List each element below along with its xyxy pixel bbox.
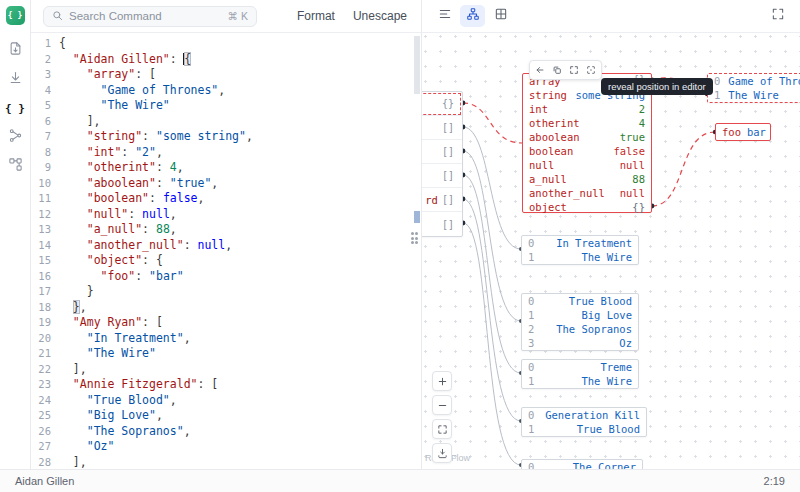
line-number: 3 [31,67,51,83]
code-line[interactable]: 3 "array": [ [31,67,421,83]
graph-canvas[interactable]: {}[][][]rd[][] {} arraystringsome string… [422,33,800,469]
node-row[interactable]: 1Big Love [522,308,638,322]
root-node-row[interactable]: [] [422,140,462,164]
node-row[interactable]: 0Generation Kill [522,408,646,422]
zoom-out-button[interactable] [432,395,452,415]
format-button[interactable]: Format [297,9,335,23]
panel-resize-handle[interactable] [409,228,420,248]
code-line[interactable]: 25 "Big Love", [31,408,421,424]
node-row[interactable]: another_nullnull [523,186,651,200]
node-row[interactable]: 0In Treatment [522,236,638,250]
code-line[interactable]: 23 "Annie Fitzgerald": [ [31,377,421,393]
fullscreen-button[interactable] [765,5,790,27]
code-line[interactable]: 6 ], [31,114,421,130]
code-line[interactable]: 14 "another_null": null, [31,238,421,254]
root-node-row[interactable]: [] [422,116,462,140]
code-line[interactable]: 13 "a_null": 88, [31,222,421,238]
code-line[interactable]: 7 "string": "some string", [31,129,421,145]
code-text: "True Blood", [51,393,177,409]
array-node[interactable]: 0True Blood1Big Love2The Sopranos3Oz [521,293,639,351]
root-node-row[interactable]: [] [422,164,462,188]
code-line[interactable]: 18 }, [31,300,421,316]
graph-panel: {}[][][]rd[][] {} arraystringsome string… [422,0,800,469]
code-line[interactable]: 2 "Aidan Gillen": { [31,52,421,68]
node-row[interactable]: 0The Corner [522,460,642,469]
code-line[interactable]: 11 "boolean": false, [31,191,421,207]
node-row[interactable]: 2The Sopranos [522,322,638,336]
code-line[interactable]: 8 "int": "2", [31,145,421,161]
text-view-button[interactable] [432,5,457,27]
copy-node-button[interactable] [549,63,565,77]
code-line[interactable]: 1{ [31,36,421,52]
node-row[interactable]: 1The Wire [708,88,800,102]
node-row[interactable]: foo bar [716,124,770,140]
transform-button[interactable] [5,127,25,147]
diagram-view-button[interactable] [460,5,485,27]
node-key: another_null [529,187,605,199]
type-badge: [] [442,146,454,157]
code-line[interactable]: 10 "aboolean": "true", [31,176,421,192]
node-row[interactable]: 1The Wire [522,374,638,388]
fit-view-button[interactable] [432,419,452,439]
root-node-row[interactable]: [] [422,212,462,236]
expand-node-button[interactable] [566,63,582,77]
code-line[interactable]: 21 "The Wire" [31,346,421,362]
selected-path: Aidan Gillen [15,475,74,487]
zoom-in-button[interactable] [432,371,452,391]
node-row[interactable]: otherint4 [523,116,651,130]
graph-view-button[interactable] [5,156,25,176]
node-row[interactable]: 0True Blood [522,294,638,308]
import-button[interactable] [5,40,25,60]
array-node[interactable]: 0The Corner [521,459,643,469]
editor-scrollbar[interactable] [414,36,420,94]
focus-node-button[interactable] [583,63,599,77]
line-number: 25 [31,408,51,424]
node-row[interactable]: a_null88 [523,172,651,186]
clipped-array-node[interactable]: 0Game of Thrones1The Wire [707,73,800,103]
node-row[interactable]: object{} [523,200,651,214]
array-node[interactable]: 0In Treatment1The Wire [521,235,639,265]
code-line[interactable]: 27 "Oz" [31,439,421,455]
code-line[interactable]: 5 "The Wire" [31,98,421,114]
array-node[interactable]: 0Generation Kill1True Blood [521,407,647,437]
code-line[interactable]: 4 "Game of Thrones", [31,83,421,99]
node-row[interactable]: 3Oz [522,336,638,350]
foo-node[interactable]: foo bar [715,123,771,141]
node-row[interactable]: 0Treme [522,360,638,374]
code-line[interactable]: 24 "True Blood", [31,393,421,409]
code-line[interactable]: 12 "null": null, [31,207,421,223]
unescape-button[interactable]: Unescape [353,9,407,23]
json-editor-button[interactable]: { } [5,98,25,118]
node-row[interactable]: 0Game of Thrones [708,74,800,88]
code-text: ], [51,114,101,130]
line-number: 26 [31,424,51,440]
node-row[interactable]: abooleantrue [523,130,651,144]
code-text: "null": null, [51,207,177,223]
code-line[interactable]: 16 "foo": "bar" [31,269,421,285]
node-row[interactable]: 1True Blood [522,422,646,436]
root-node[interactable]: {}[][][]rd[][] [422,91,463,237]
download-button[interactable] [5,69,25,89]
node-row[interactable]: 1The Wire [522,250,638,264]
code-line[interactable]: 26 "The Sopranos", [31,424,421,440]
code-line[interactable]: 22 ], [31,362,421,378]
code-line[interactable]: 28 ], [31,455,421,470]
code-line[interactable]: 17 } [31,284,421,300]
reveal-position-button[interactable] [532,63,548,77]
code-line[interactable]: 15 "object": { [31,253,421,269]
code-editor[interactable]: 1{2 "Aidan Gillen": {3 "array": [4 "Game… [31,33,421,469]
search-input[interactable]: Search Command ⌘ K [43,6,257,27]
code-line[interactable]: 20 "In Treatment", [31,331,421,347]
root-node-row[interactable]: rd[] [422,188,462,212]
table-view-button[interactable] [488,5,513,27]
node-row[interactable]: booleanfalse [523,144,651,158]
brand-logo[interactable]: { } [6,6,25,25]
code-line[interactable]: 9 "otherint": 4, [31,160,421,176]
line-number: 4 [31,83,51,99]
array-node[interactable]: 0Treme1The Wire [521,359,639,389]
download-image-button[interactable] [432,443,452,463]
node-row[interactable]: nullnull [523,158,651,172]
node-row[interactable]: int2 [523,102,651,116]
code-line[interactable]: 19 "Amy Ryan": [ [31,315,421,331]
root-node-row[interactable]: {} [422,92,462,116]
